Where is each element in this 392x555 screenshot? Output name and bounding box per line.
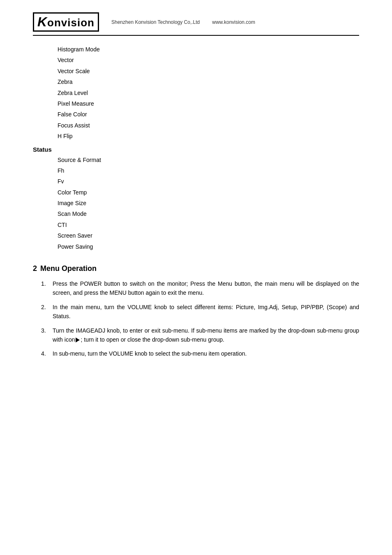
page-header: Konvision Shenzhen Konvision Technology …	[33, 12, 359, 36]
chapter-2: 2 Menu Operation 1. Press the POWER butt…	[33, 264, 359, 358]
logo: Konvision	[33, 12, 99, 32]
list-item: Scan Mode	[58, 208, 359, 219]
step-1: 1. Press the POWER button to switch on t…	[41, 279, 359, 298]
step-4: 4. In sub-menu, turn the VOLUME knob to …	[41, 349, 359, 358]
logo-container: Konvision	[33, 12, 99, 32]
list-item: False Color	[58, 109, 359, 120]
step-text: Press the POWER button to switch on the …	[53, 279, 359, 298]
chapter-heading: 2 Menu Operation	[33, 264, 359, 273]
step-num: 1.	[41, 279, 49, 298]
list-item: Zebra Level	[58, 88, 359, 98]
step-text: In the main menu, turn the VOLUME knob t…	[53, 303, 359, 321]
company-name: Shenzhen Konvision Technology Co,.Ltd	[111, 19, 200, 25]
step-3: 3. Turn the IMAGEADJ knob, to enter or e…	[41, 326, 359, 345]
status-menu-list: Source & Format Fh Fv Color Temp Image S…	[58, 155, 359, 252]
list-item: Fv	[58, 176, 359, 187]
status-heading: Status	[33, 146, 359, 153]
dropdown-arrow-icon	[76, 338, 80, 342]
step-text: In sub-menu, turn the VOLUME knob to sel…	[53, 349, 359, 358]
list-item: CTI	[58, 220, 359, 230]
step-num: 3.	[41, 326, 49, 345]
scope-menu-list: Histogram Mode Vector Vector Scale Zebra…	[58, 44, 359, 142]
status-section: Status Source & Format Fh Fv Color Temp …	[33, 146, 359, 252]
list-item: Focus Assist	[58, 120, 359, 131]
website: www.konvision.com	[212, 19, 255, 25]
page: Konvision Shenzhen Konvision Technology …	[0, 0, 392, 555]
list-item: Vector	[58, 55, 359, 65]
list-item: Pixel Measure	[58, 98, 359, 109]
chapter-title: Menu Operation	[40, 264, 97, 273]
list-item: Fh	[58, 165, 359, 176]
list-item: Source & Format	[58, 155, 359, 165]
chapter-number: 2	[33, 264, 37, 273]
list-item: Screen Saver	[58, 230, 359, 241]
list-item: Power Saving	[58, 241, 359, 252]
step-num: 2.	[41, 303, 49, 321]
list-item: Vector Scale	[58, 66, 359, 76]
list-item: Zebra	[58, 76, 359, 87]
list-item: Color Temp	[58, 187, 359, 198]
list-item: Image Size	[58, 198, 359, 208]
step-num: 4.	[41, 349, 49, 358]
header-info: Shenzhen Konvision Technology Co,.Ltd ww…	[111, 19, 255, 25]
list-item: H Flip	[58, 131, 359, 141]
step-2: 2. In the main menu, turn the VOLUME kno…	[41, 303, 359, 321]
steps-list: 1. Press the POWER button to switch on t…	[41, 279, 359, 358]
list-item: Histogram Mode	[58, 44, 359, 55]
step-text: Turn the IMAGEADJ knob, to enter or exit…	[53, 326, 359, 345]
main-content: Histogram Mode Vector Vector Scale Zebra…	[33, 44, 359, 358]
